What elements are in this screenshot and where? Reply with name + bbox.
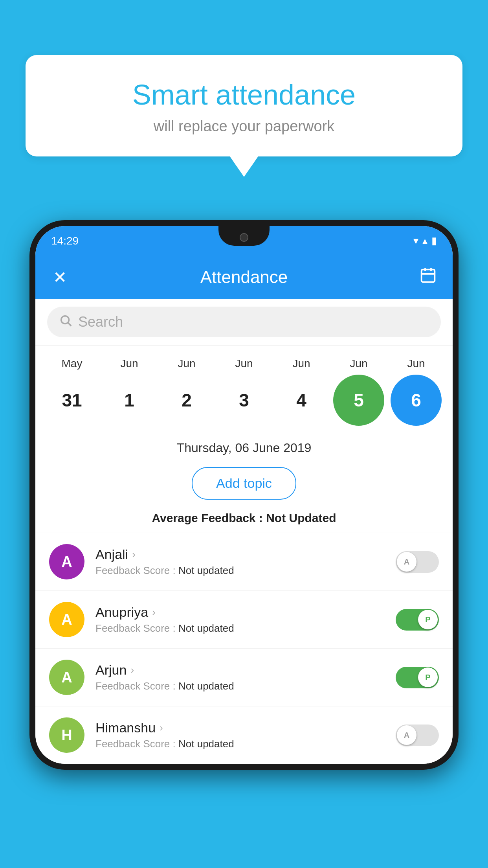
- search-icon: [59, 314, 72, 330]
- phone-screen: 14:29 ▾ ▴ ▮ ✕ Attendance: [35, 226, 453, 764]
- toggle-knob-himanshu: A: [397, 725, 416, 745]
- cal-month-0: May: [46, 357, 97, 370]
- search-container: Search: [35, 299, 453, 346]
- selected-date: Thursday, 06 June 2019: [35, 430, 453, 461]
- search-bar[interactable]: Search: [47, 307, 441, 337]
- svg-rect-0: [422, 270, 435, 282]
- student-info-himanshu: Himanshu › Feedback Score : Not updated: [95, 720, 396, 750]
- student-feedback-anjali: Feedback Score : Not updated: [95, 565, 396, 577]
- avatar-anjali: A: [49, 544, 84, 579]
- student-info-anjali: Anjali › Feedback Score : Not updated: [95, 547, 396, 577]
- cal-date-5-today[interactable]: 5: [333, 375, 384, 426]
- student-list: A Anjali › Feedback Score : Not updated: [35, 533, 453, 764]
- toggle-knob-arjun: P: [418, 668, 438, 687]
- cal-month-5: Jun: [333, 357, 384, 370]
- student-item-anupriya[interactable]: A Anupriya › Feedback Score : Not update…: [35, 590, 453, 648]
- calendar-dates: 31 1 2 3 4 5 6: [43, 375, 445, 426]
- chevron-right-icon: ›: [160, 722, 163, 734]
- bubble-subtitle: will replace your paperwork: [45, 118, 443, 135]
- cal-date-2[interactable]: 2: [161, 375, 212, 426]
- cal-month-3: Jun: [218, 357, 270, 370]
- add-topic-container: Add topic: [35, 461, 453, 506]
- signal-icon: ▴: [422, 235, 427, 247]
- svg-point-4: [61, 316, 69, 324]
- cal-date-3[interactable]: 3: [218, 375, 270, 426]
- wifi-icon: ▾: [413, 235, 418, 247]
- calendar-months: May Jun Jun Jun Jun Jun Jun: [43, 357, 445, 370]
- cal-month-2: Jun: [161, 357, 212, 370]
- status-time: 14:29: [51, 235, 79, 247]
- battery-icon: ▮: [431, 235, 437, 247]
- chevron-right-icon: ›: [130, 664, 134, 676]
- chevron-right-icon: ›: [132, 548, 136, 561]
- avg-feedback-value: Not Updated: [266, 511, 336, 524]
- calendar-icon[interactable]: [417, 267, 439, 288]
- avatar-himanshu: H: [49, 717, 84, 753]
- bubble-title: Smart attendance: [45, 79, 443, 111]
- status-bar: 14:29 ▾ ▴ ▮: [35, 226, 453, 256]
- cal-date-6-selected[interactable]: 6: [391, 375, 442, 426]
- student-info-arjun: Arjun › Feedback Score : Not updated: [95, 662, 396, 692]
- attendance-toggle-anjali[interactable]: A: [396, 551, 439, 573]
- toggle-knob-anupriya: P: [418, 610, 438, 629]
- average-feedback: Average Feedback : Not Updated: [35, 506, 453, 533]
- app-bar: ✕ Attendance: [35, 256, 453, 299]
- close-button[interactable]: ✕: [49, 268, 71, 287]
- attendance-toggle-himanshu[interactable]: A: [396, 725, 439, 746]
- phone-container: 14:29 ▾ ▴ ▮ ✕ Attendance: [29, 220, 459, 868]
- speech-bubble-container: Smart attendance will replace your paper…: [26, 55, 462, 156]
- app-bar-title: Attendance: [71, 267, 417, 287]
- calendar-strip: May Jun Jun Jun Jun Jun Jun 31 1 2 3 4: [35, 346, 453, 430]
- cal-date-31[interactable]: 31: [46, 375, 97, 426]
- toggle-container-arjun[interactable]: P: [396, 667, 439, 688]
- avg-feedback-label: Average Feedback :: [152, 511, 266, 524]
- student-name-anupriya: Anupriya ›: [95, 605, 396, 620]
- status-icons: ▾ ▴ ▮: [413, 235, 437, 247]
- avatar-arjun: A: [49, 660, 84, 695]
- cal-date-4[interactable]: 4: [276, 375, 327, 426]
- toggle-container-anupriya[interactable]: P: [396, 609, 439, 631]
- cal-date-1[interactable]: 1: [104, 375, 155, 426]
- search-input[interactable]: Search: [78, 314, 123, 330]
- cal-month-1: Jun: [104, 357, 155, 370]
- cal-month-6: Jun: [391, 357, 442, 370]
- student-item-anjali[interactable]: A Anjali › Feedback Score : Not updated: [35, 533, 453, 590]
- svg-line-5: [68, 323, 71, 326]
- attendance-toggle-arjun[interactable]: P: [396, 667, 439, 688]
- toggle-knob-anjali: A: [397, 552, 416, 572]
- cal-month-4: Jun: [276, 357, 327, 370]
- student-info-anupriya: Anupriya › Feedback Score : Not updated: [95, 605, 396, 634]
- add-topic-button[interactable]: Add topic: [192, 467, 296, 500]
- chevron-right-icon: ›: [152, 606, 156, 618]
- toggle-container-himanshu[interactable]: A: [396, 725, 439, 746]
- toggle-container-anjali[interactable]: A: [396, 551, 439, 573]
- student-name-himanshu: Himanshu ›: [95, 720, 396, 736]
- phone-frame: 14:29 ▾ ▴ ▮ ✕ Attendance: [29, 220, 459, 770]
- avatar-anupriya: A: [49, 602, 84, 637]
- speech-bubble: Smart attendance will replace your paper…: [26, 55, 462, 156]
- student-feedback-anupriya: Feedback Score : Not updated: [95, 622, 396, 634]
- student-name-anjali: Anjali ›: [95, 547, 396, 562]
- student-feedback-arjun: Feedback Score : Not updated: [95, 680, 396, 692]
- student-item-arjun[interactable]: A Arjun › Feedback Score : Not updated: [35, 648, 453, 706]
- notch-area: 14:29 ▾ ▴ ▮: [35, 226, 453, 256]
- student-item-himanshu[interactable]: H Himanshu › Feedback Score : Not update…: [35, 706, 453, 764]
- student-feedback-himanshu: Feedback Score : Not updated: [95, 738, 396, 750]
- student-name-arjun: Arjun ›: [95, 662, 396, 678]
- attendance-toggle-anupriya[interactable]: P: [396, 609, 439, 631]
